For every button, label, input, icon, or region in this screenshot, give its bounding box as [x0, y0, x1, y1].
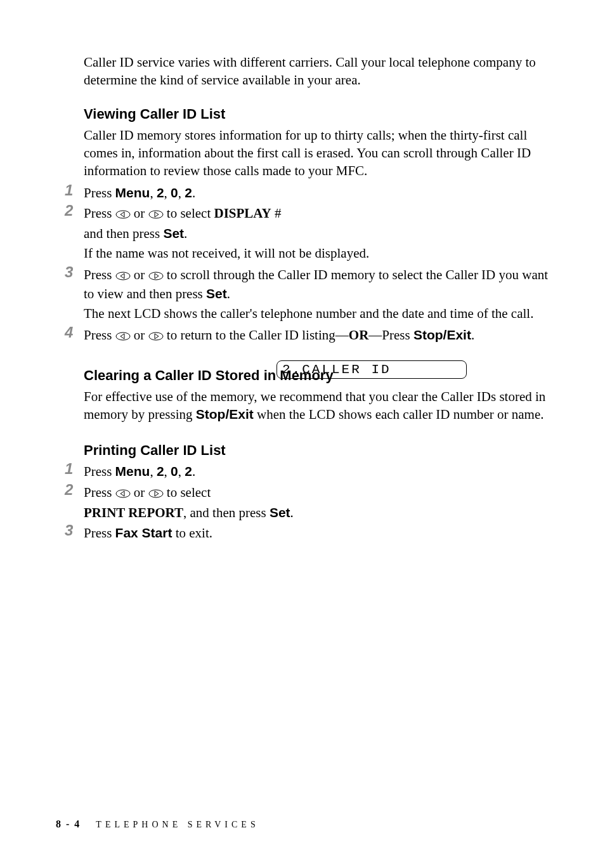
section1-desc: Caller ID memory stores information for …	[84, 126, 549, 180]
text: to select	[164, 206, 214, 221]
svg-point-3	[149, 272, 163, 280]
text: #	[271, 206, 282, 221]
key-0: 0	[171, 185, 178, 200]
chapter-title: TELEPHONE SERVICES	[96, 820, 259, 829]
text: ,	[164, 464, 171, 479]
page-number: 8 - 4	[56, 819, 81, 829]
step-1-viewing: 1 Press Menu, 2, 0, 2.	[84, 184, 549, 202]
step-number: 1	[65, 181, 73, 199]
step-number: 1	[65, 460, 73, 478]
text: and then press	[84, 226, 163, 241]
or-label: OR	[349, 327, 369, 343]
menu-key: Menu	[115, 464, 150, 478]
text: Press	[84, 485, 115, 500]
text: Press	[84, 206, 115, 221]
print-report-label: PRINT REPORT	[84, 505, 183, 520]
text: Press	[84, 464, 115, 479]
text: Press	[84, 267, 115, 282]
step-number: 3	[65, 522, 73, 539]
key-0: 0	[171, 464, 178, 478]
text: ,	[150, 464, 157, 479]
text: .	[471, 327, 474, 343]
key-2: 2	[157, 185, 164, 200]
key-2b: 2	[185, 464, 192, 478]
text: to exit.	[172, 525, 212, 541]
set-key: Set	[163, 226, 184, 240]
text: ,	[164, 185, 171, 201]
heading-printing-caller-id: Printing Caller ID List	[84, 442, 549, 459]
step-2-printing: 2 Press or to select PRINT REPORT, and t…	[84, 483, 549, 522]
text: .	[290, 505, 294, 520]
left-arrow-icon	[115, 267, 131, 285]
lcd-display-1: 2.CALLER ID	[276, 360, 467, 379]
stop-exit-key: Stop/Exit	[413, 327, 471, 342]
text: to return to the Caller ID listing—	[164, 327, 349, 343]
step2-note: If the name was not received, it will no…	[84, 244, 549, 262]
step-1-printing: 1 Press Menu, 2, 0, 2.	[84, 463, 549, 480]
fax-start-key: Fax Start	[115, 525, 172, 540]
text: to select	[164, 485, 211, 500]
text: —Press	[368, 327, 413, 343]
text: or	[131, 327, 148, 343]
svg-point-5	[149, 332, 163, 340]
key-2b: 2	[185, 185, 192, 200]
left-arrow-icon	[115, 206, 131, 223]
right-arrow-icon	[148, 206, 164, 223]
svg-point-1	[149, 211, 163, 218]
left-arrow-icon	[115, 327, 131, 345]
stop-exit-key: Stop/Exit	[196, 407, 254, 421]
step-number: 2	[65, 481, 73, 499]
text: Press	[84, 327, 115, 343]
key-2: 2	[157, 464, 164, 478]
page-footer: 8 - 4 TELEPHONE SERVICES	[56, 819, 259, 830]
text: Press	[84, 185, 115, 201]
set-key: Set	[206, 286, 227, 301]
left-arrow-icon	[115, 485, 131, 503]
text: ,	[178, 185, 185, 201]
text: Press	[84, 525, 115, 541]
step-4-viewing: 4 Press or to return to the Caller ID li…	[84, 326, 549, 345]
text: .	[192, 464, 195, 479]
set-key: Set	[270, 505, 290, 520]
svg-point-7	[149, 490, 163, 497]
step-number: 3	[65, 263, 73, 281]
text: ,	[150, 185, 157, 201]
content-area: Caller ID service varies with different …	[56, 53, 549, 542]
step-2-viewing: 2 Press or to select DISPLAY # and then …	[84, 204, 549, 262]
step-number: 4	[65, 324, 73, 341]
text: .	[192, 185, 195, 201]
right-arrow-icon	[148, 485, 164, 503]
heading-viewing-caller-id: Viewing Caller ID List	[84, 106, 549, 122]
text: .	[184, 226, 187, 241]
text: , and then press	[183, 505, 270, 520]
step-3-viewing: 3 Press or to scroll through the Caller …	[84, 266, 549, 322]
intro-paragraph: Caller ID service varies with different …	[84, 53, 549, 89]
text: .	[227, 286, 230, 301]
text: when the LCD shows each caller ID number…	[254, 407, 544, 422]
menu-key: Menu	[115, 185, 150, 200]
display-label: DISPLAY	[214, 206, 271, 221]
text: ,	[178, 464, 185, 479]
section2-paragraph: For effective use of the memory, we reco…	[84, 388, 549, 424]
step-3-printing: 3 Press Fax Start to exit.	[84, 524, 549, 542]
right-arrow-icon	[148, 267, 164, 285]
text: or	[131, 206, 148, 221]
text: or	[131, 485, 148, 500]
text: or	[131, 267, 148, 282]
svg-point-2	[116, 272, 130, 280]
step-number: 2	[65, 202, 73, 220]
svg-point-0	[116, 211, 130, 218]
right-arrow-icon	[148, 327, 164, 345]
page: Caller ID service varies with different …	[0, 0, 605, 868]
step3-note: The next LCD shows the caller's telephon…	[84, 305, 549, 322]
svg-point-6	[116, 490, 130, 497]
svg-point-4	[116, 332, 130, 340]
